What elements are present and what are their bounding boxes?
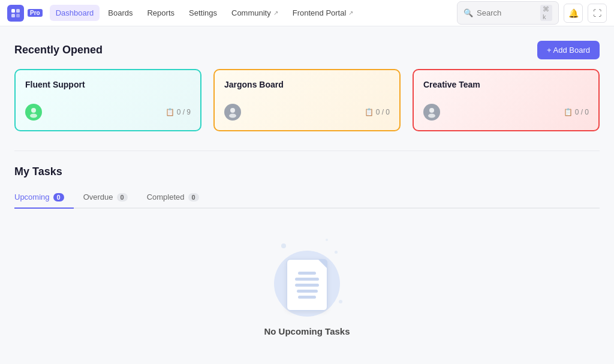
board-card-jargons-board[interactable]: Jargons Board 📋 0 / 0 [213, 69, 401, 131]
completed-badge: 0 [188, 193, 199, 201]
board-title: Fluent Support [25, 80, 191, 89]
section-divider [14, 151, 600, 151]
main-content: Recently Opened + Add Board Fluent Suppo… [0, 26, 614, 363]
pro-badge: Pro [28, 9, 43, 17]
search-icon: 🔍 [463, 8, 473, 17]
board-task-count: 📋 0 / 0 [365, 108, 390, 116]
expand-icon: ⛶ [593, 8, 601, 18]
tab-upcoming[interactable]: Upcoming 0 [14, 188, 74, 209]
svg-point-4 [31, 108, 36, 113]
task-icon: 📋 [365, 108, 374, 116]
external-link-icon: ↗ [348, 10, 353, 16]
tasks-tabs: Upcoming 0 Overdue 0 Completed 0 [14, 188, 600, 209]
search-shortcut: ⌘ k [540, 5, 552, 21]
board-task-count: 📋 0 / 0 [564, 108, 589, 116]
search-input[interactable] [477, 8, 537, 17]
bell-icon: 🔔 [568, 8, 579, 18]
empty-illustration [268, 233, 346, 317]
svg-point-7 [229, 114, 236, 118]
recently-opened-header: Recently Opened + Add Board [14, 41, 600, 59]
task-icon: 📋 [564, 108, 573, 116]
svg-point-5 [30, 114, 37, 118]
nav-community[interactable]: Community ↗ [225, 5, 284, 21]
svg-rect-1 [16, 9, 20, 13]
svg-point-8 [429, 108, 434, 113]
tab-overdue[interactable]: Overdue 0 [74, 188, 137, 209]
board-card-creative-team[interactable]: Creative Team 📋 0 / 0 [413, 69, 600, 131]
overdue-badge: 0 [117, 193, 128, 201]
board-title: Creative Team [423, 80, 589, 89]
svg-rect-3 [16, 14, 20, 17]
board-footer: 📋 0 / 0 [423, 104, 589, 121]
empty-state: No Upcoming Tasks [14, 209, 600, 348]
board-footer: 📋 0 / 0 [224, 104, 390, 121]
logo-icon [7, 5, 24, 22]
nav-boards[interactable]: Boards [102, 5, 139, 21]
board-avatar [25, 104, 42, 121]
fullscreen-button[interactable]: ⛶ [588, 4, 607, 23]
add-board-button[interactable]: + Add Board [537, 41, 600, 59]
board-avatar [423, 104, 440, 121]
nav-settings[interactable]: Settings [183, 5, 223, 21]
board-title: Jargons Board [224, 80, 390, 89]
nav-reports[interactable]: Reports [141, 5, 180, 21]
board-task-count: 📋 0 / 9 [165, 108, 191, 116]
task-icon: 📋 [165, 108, 174, 116]
svg-rect-0 [11, 9, 15, 13]
svg-rect-2 [11, 14, 15, 17]
tab-completed[interactable]: Completed 0 [137, 188, 209, 209]
boards-grid: Fluent Support 📋 0 / 9 Jargons Board 📋 [14, 69, 600, 131]
search-bar[interactable]: 🔍 ⌘ k [457, 1, 559, 25]
app-header: Pro Dashboard Boards Reports Settings Co… [0, 0, 614, 26]
my-tasks-title: My Tasks [14, 166, 600, 178]
notifications-button[interactable]: 🔔 [564, 4, 583, 23]
external-link-icon: ↗ [273, 10, 278, 16]
svg-point-6 [230, 108, 235, 113]
recently-opened-title: Recently Opened [14, 44, 103, 56]
empty-state-title: No Upcoming Tasks [264, 326, 350, 336]
upcoming-badge: 0 [53, 193, 64, 201]
svg-point-9 [428, 114, 435, 118]
logo-wrap[interactable]: Pro [7, 5, 43, 22]
nav-dashboard[interactable]: Dashboard [50, 5, 100, 21]
empty-doc-illustration [287, 259, 327, 311]
board-card-fluent-support[interactable]: Fluent Support 📋 0 / 9 [14, 69, 201, 131]
board-avatar [224, 104, 241, 121]
board-footer: 📋 0 / 9 [25, 104, 191, 121]
nav-frontend-portal[interactable]: Frontend Portal ↗ [287, 5, 360, 21]
